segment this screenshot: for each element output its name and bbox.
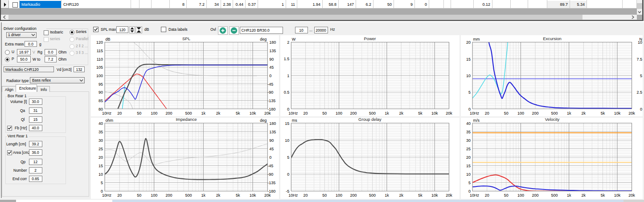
svg-text:5: 5 xyxy=(101,181,103,185)
svg-text:25: 25 xyxy=(466,147,471,151)
svg-text:1k: 1k xyxy=(566,111,571,115)
svg-text:100: 100 xyxy=(517,111,524,115)
svg-text:100: 100 xyxy=(336,111,342,115)
svg-text:W: W xyxy=(291,37,295,41)
svg-text:135: 135 xyxy=(269,49,276,53)
svg-text:2k: 2k xyxy=(581,193,586,198)
svg-text:30: 30 xyxy=(466,138,471,143)
svg-text:90: 90 xyxy=(269,57,274,62)
svg-text:10k: 10k xyxy=(614,111,620,115)
svg-text:10k: 10k xyxy=(431,193,438,198)
svg-text:200: 200 xyxy=(165,193,172,198)
svg-text:2: 2 xyxy=(287,40,289,45)
svg-text:10: 10 xyxy=(285,138,289,143)
svg-text:-45: -45 xyxy=(267,82,273,87)
svg-text:200: 200 xyxy=(532,111,538,115)
svg-text:2k: 2k xyxy=(399,111,403,115)
svg-text:10Hz: 10Hz xyxy=(102,193,112,198)
svg-text:95: 95 xyxy=(98,82,103,87)
svg-text:200: 200 xyxy=(165,111,172,115)
svg-text:Excursion: Excursion xyxy=(543,36,562,41)
svg-text:20: 20 xyxy=(98,155,103,160)
svg-text:100: 100 xyxy=(336,193,342,198)
svg-text:50: 50 xyxy=(322,111,327,115)
svg-text:35: 35 xyxy=(98,130,103,134)
svg-text:0: 0 xyxy=(269,155,271,160)
svg-text:110: 110 xyxy=(97,57,103,62)
svg-text:15: 15 xyxy=(285,121,289,126)
svg-text:5: 5 xyxy=(468,181,471,185)
svg-text:15: 15 xyxy=(466,164,471,168)
svg-text:115: 115 xyxy=(97,49,103,53)
svg-text:1k: 1k xyxy=(201,111,206,115)
svg-text:5k: 5k xyxy=(418,193,422,198)
svg-text:0.5: 0.5 xyxy=(283,90,289,95)
svg-text:10Hz: 10Hz xyxy=(288,111,298,115)
svg-text:20: 20 xyxy=(117,111,122,115)
svg-text:200: 200 xyxy=(532,193,538,198)
svg-text:20: 20 xyxy=(466,40,471,45)
svg-text:2k: 2k xyxy=(399,193,403,198)
svg-text:45: 45 xyxy=(269,147,274,151)
svg-text:1k: 1k xyxy=(201,193,206,198)
svg-text:1.5: 1.5 xyxy=(283,57,289,61)
svg-text:50: 50 xyxy=(137,193,141,198)
svg-text:2.5: 2.5 xyxy=(636,90,642,95)
svg-text:5k: 5k xyxy=(236,193,240,198)
svg-text:20: 20 xyxy=(484,111,489,115)
svg-text:120: 120 xyxy=(96,40,103,45)
svg-text:-90: -90 xyxy=(267,172,273,177)
svg-text:500: 500 xyxy=(551,111,558,115)
svg-text:1k: 1k xyxy=(385,193,389,198)
svg-text:2k: 2k xyxy=(216,193,221,198)
svg-text:45: 45 xyxy=(269,65,274,70)
svg-text:dB: dB xyxy=(106,37,111,41)
svg-text:0: 0 xyxy=(640,107,642,111)
svg-text:40: 40 xyxy=(98,121,103,126)
svg-text:100: 100 xyxy=(517,193,524,198)
svg-text:-45: -45 xyxy=(267,164,273,168)
svg-text:5k: 5k xyxy=(418,111,422,115)
svg-text:500: 500 xyxy=(369,111,376,115)
svg-text:20: 20 xyxy=(303,193,308,198)
svg-text:1: 1 xyxy=(287,74,289,78)
svg-text:500: 500 xyxy=(551,193,558,198)
svg-text:-135: -135 xyxy=(267,99,275,103)
svg-text:Power: Power xyxy=(364,36,376,41)
svg-text:105: 105 xyxy=(96,65,103,70)
svg-text:50: 50 xyxy=(322,193,327,198)
svg-text:20: 20 xyxy=(466,155,471,160)
svg-text:135: 135 xyxy=(269,130,276,134)
svg-text:1k: 1k xyxy=(566,193,571,198)
svg-text:-135: -135 xyxy=(267,181,275,185)
svg-text:0: 0 xyxy=(287,172,289,177)
svg-text:10k: 10k xyxy=(250,111,256,115)
svg-text:20k: 20k xyxy=(628,193,635,198)
svg-text:mm: mm xyxy=(473,37,480,41)
svg-text:25: 25 xyxy=(98,147,103,151)
svg-text:20: 20 xyxy=(303,111,308,115)
svg-text:1k: 1k xyxy=(385,111,389,115)
svg-text:10Hz: 10Hz xyxy=(288,193,298,198)
svg-text:Impedance: Impedance xyxy=(176,118,197,122)
svg-text:5k: 5k xyxy=(600,111,605,115)
svg-text:40: 40 xyxy=(466,121,471,126)
svg-text:7.5: 7.5 xyxy=(636,57,642,62)
svg-text:10k: 10k xyxy=(250,193,256,198)
svg-text:85: 85 xyxy=(98,99,103,103)
svg-text:Group delay: Group delay xyxy=(358,118,381,122)
svg-text:20k: 20k xyxy=(446,111,452,115)
svg-text:100: 100 xyxy=(151,193,157,198)
svg-text:20k: 20k xyxy=(264,193,271,198)
svg-text:50: 50 xyxy=(137,111,141,115)
svg-text:10Hz: 10Hz xyxy=(470,111,480,115)
svg-text:5: 5 xyxy=(287,155,289,160)
svg-text:10Hz: 10Hz xyxy=(470,193,480,198)
svg-text:SPL: SPL xyxy=(182,36,190,41)
svg-text:-90: -90 xyxy=(267,90,273,95)
svg-text:ms: ms xyxy=(291,118,297,123)
svg-text:ohm: ohm xyxy=(106,118,114,123)
svg-text:90: 90 xyxy=(269,138,274,143)
svg-text:500: 500 xyxy=(185,193,192,198)
svg-text:10: 10 xyxy=(466,172,471,177)
